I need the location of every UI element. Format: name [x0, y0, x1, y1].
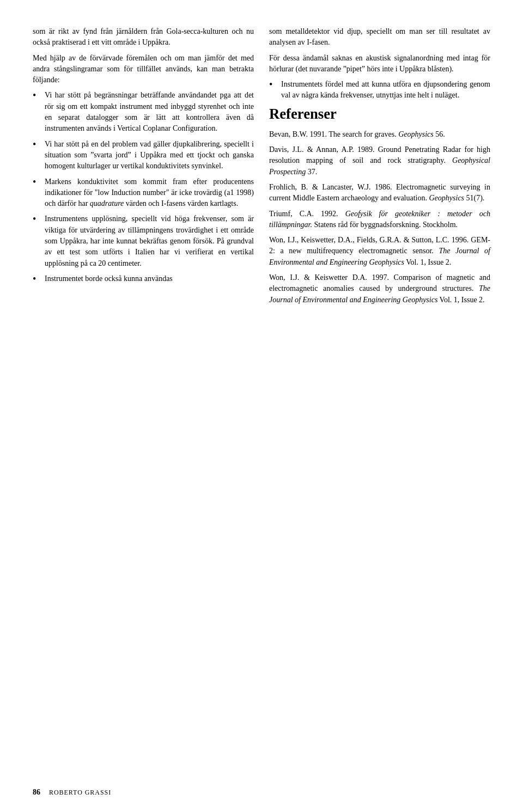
- footer-author: ROBERTO GRASSI: [49, 789, 111, 797]
- two-column-layout: som är rikt av fynd från järnåldern från…: [33, 26, 490, 310]
- ref-entry: Won, I.J. & Keiswetter D.A. 1997. Compar…: [269, 272, 490, 306]
- bullet-text: Instrumentet borde också kunna användas: [45, 273, 254, 284]
- list-item: • Vi har stött på begränsningar beträffa…: [33, 90, 254, 134]
- list-item: • Instrumentets fördel med att kunna utf…: [269, 79, 490, 101]
- second-paragraph: Med hjälp av de förvärvade föremålen och…: [33, 53, 254, 86]
- page-number: 86: [33, 788, 40, 797]
- ref-after: Vol. 1, Issue 2.: [404, 258, 451, 266]
- ref-entry: Bevan, B.W. 1991. The search for graves.…: [269, 129, 490, 140]
- ref-italic: Geophysics: [398, 130, 434, 138]
- list-item: • Markens konduktivitet som kommit fram …: [33, 176, 254, 210]
- ref-text: Won, I.J. & Keiswetter D.A. 1997. Compar…: [269, 273, 490, 292]
- intro-paragraph: som är rikt av fynd från järnåldern från…: [33, 26, 254, 48]
- left-column: som är rikt av fynd från järnåldern från…: [33, 26, 254, 310]
- bullet-list: • Vi har stött på begränsningar beträffa…: [33, 90, 254, 285]
- ref-entry: Triumf, C.A. 1992. Geofysik för geotekni…: [269, 209, 490, 231]
- bullet-dot: •: [269, 79, 279, 91]
- ref-after: 51(7).: [464, 194, 484, 202]
- list-item: • Instrumentet borde också kunna använda…: [33, 273, 254, 285]
- ref-after: 37.: [306, 168, 317, 176]
- ref-entry: Davis, J.L. & Annan, A.P. 1989. Ground P…: [269, 144, 490, 178]
- page-footer: 86 ROBERTO GRASSI: [33, 788, 490, 797]
- ref-entry: Won, I.J., Keiswetter, D.A., Fields, G.R…: [269, 235, 490, 268]
- bullet-dot: •: [33, 213, 42, 225]
- right-column: som metalldetektor vid djup, speciellt o…: [269, 26, 490, 310]
- bullet-text: Vi har stött på en del problem vad gälle…: [45, 139, 254, 172]
- ref-after: 56.: [434, 130, 445, 138]
- bullet-dot: •: [33, 273, 42, 285]
- page-container: som är rikt av fynd från järnåldern från…: [0, 0, 523, 812]
- ref-text: Bevan, B.W. 1991. The search for graves.: [269, 130, 398, 138]
- list-item: • Vi har stött på en del problem vad gäl…: [33, 139, 254, 172]
- ref-after: Statens råd för byggnadsforskning. Stock…: [312, 221, 458, 229]
- ref-entry: Frohlich, B. & Lancaster, W.J. 1986. Ele…: [269, 182, 490, 204]
- bullet-text: Markens konduktivitet som kommit fram ef…: [45, 176, 254, 210]
- list-item: • Instrumentens upplösning, speciellt vi…: [33, 213, 254, 268]
- continuation-text: som metalldetektor vid djup, speciellt o…: [269, 26, 490, 48]
- bullet-dot: •: [33, 90, 42, 102]
- bullet-dot: •: [33, 176, 42, 188]
- references-list: Bevan, B.W. 1991. The search for graves.…: [269, 129, 490, 306]
- right-bullet-list: • Instrumentets fördel med att kunna utf…: [269, 79, 490, 101]
- references-heading: Referenser: [269, 106, 490, 123]
- bullet-text: Instrumentets fördel med att kunna utför…: [281, 79, 490, 101]
- ref-text: Triumf, C.A. 1992.: [269, 210, 345, 218]
- ref-italic: Geophysics: [429, 194, 465, 202]
- bullet-dot: •: [33, 139, 42, 151]
- ref-after: Vol. 1, Issue 2.: [437, 296, 484, 304]
- bullet-text: Vi har stött på begränsningar beträffand…: [45, 90, 254, 134]
- second-paragraph-right: För dessa ändamål saknas en akustisk sig…: [269, 53, 490, 75]
- bullet-text: Instrumentens upplösning, speciellt vid …: [45, 213, 254, 268]
